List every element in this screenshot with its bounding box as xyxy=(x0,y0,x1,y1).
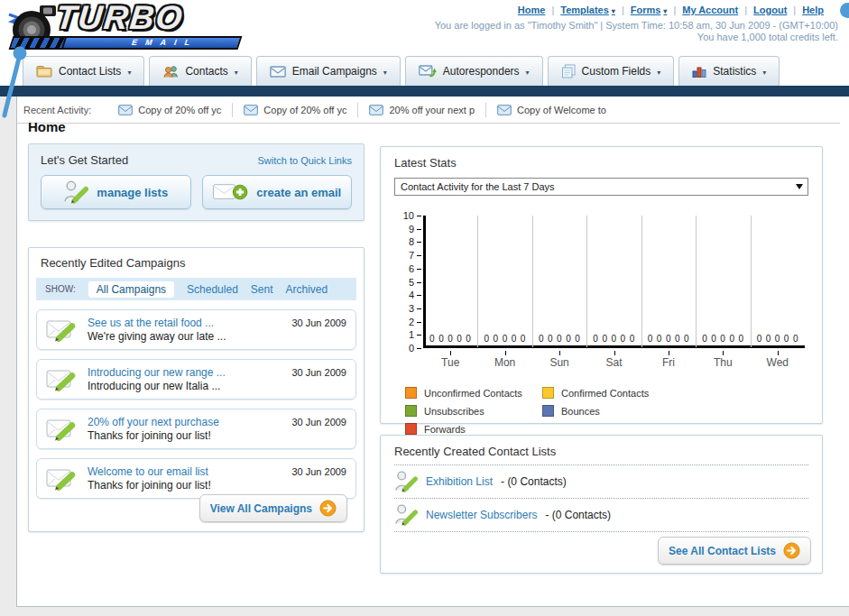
tab-label: Contact Lists xyxy=(59,65,121,78)
legend-swatch xyxy=(405,423,417,435)
legend-item: Unsubscribes xyxy=(405,405,542,417)
tab-custom-fields[interactable]: Custom Fields xyxy=(548,56,675,86)
lets-get-started-panel: Let's Get Started Switch to Quick Links … xyxy=(28,143,365,221)
chevron-down-icon xyxy=(235,65,238,78)
arrow-circle-icon xyxy=(783,542,800,559)
recent-activity-item-label: Copy of 20% off yc xyxy=(263,105,346,115)
nav-link-label: Forms xyxy=(631,5,661,15)
left-column: Let's Get Started Switch to Quick Links … xyxy=(28,143,365,532)
divider xyxy=(17,123,840,124)
person-pencil-icon xyxy=(63,179,88,205)
credits-info: You have 1,000 total credits left. xyxy=(697,32,838,42)
login-info: You are logged in as "Timothy Smith" | S… xyxy=(435,20,838,31)
envelope-icon xyxy=(369,105,383,115)
legend-label: Confirmed Contacts xyxy=(561,388,649,399)
nav-link-label: Home xyxy=(518,5,546,15)
legend-label: Bounces xyxy=(561,406,600,417)
filter-archived[interactable]: Archived xyxy=(286,283,328,296)
contact-list-row: Newsletter Subscribers - (0 Contacts) xyxy=(394,498,808,532)
show-label: SHOW: xyxy=(45,284,76,294)
nav-link-my-account[interactable]: My Account xyxy=(682,5,738,15)
turbo-email-dashboard: TURBO EMAIL Home | Templates | Forms | M… xyxy=(0,0,849,616)
recent-activity-item[interactable]: 20% off your next p xyxy=(358,105,485,115)
view-all-campaigns-button[interactable]: View All Campaigns xyxy=(199,494,347,522)
contact-list-link[interactable]: Newsletter Subscribers xyxy=(426,509,537,521)
panel-title: Recently Edited Campaigns xyxy=(41,256,364,270)
recent-activity-item[interactable]: Copy of Welcome to xyxy=(486,105,617,115)
legend-item: Forwards xyxy=(405,423,542,435)
select-arrow-icon xyxy=(796,184,803,189)
campaign-date: 30 Jun 2009 xyxy=(291,466,346,477)
contact-activity-chart: 01234567891000000Tue00000Mon00000Sun0000… xyxy=(394,216,808,374)
envelope-pencil-icon xyxy=(46,317,78,343)
chevron-down-icon xyxy=(127,65,131,78)
nav-link-forms[interactable]: Forms xyxy=(631,5,668,15)
contact-list-link[interactable]: Exhibition List xyxy=(426,475,493,488)
campaign-title-link[interactable]: See us at the retail food ... xyxy=(88,317,282,330)
envelope-arrow-icon xyxy=(419,65,437,78)
chevron-down-icon xyxy=(762,65,766,78)
recent-activity-item-label: Copy of 20% off yc xyxy=(138,105,221,115)
tab-autoresponders[interactable]: Autoresponders xyxy=(405,56,543,86)
folder-icon xyxy=(36,65,52,78)
separator: | xyxy=(793,5,796,15)
campaign-subtitle: Thanks for joining our list! xyxy=(88,479,282,492)
page-title: Home xyxy=(28,119,66,134)
nav-link-templates[interactable]: Templates xyxy=(560,5,615,15)
nav-link-logout[interactable]: Logout xyxy=(753,5,787,15)
panel-title: Let's Get Started xyxy=(41,153,128,167)
nav-link-label: My Account xyxy=(682,5,738,15)
tab-label: Contacts xyxy=(185,65,227,78)
switch-quick-links-link[interactable]: Switch to Quick Links xyxy=(257,155,352,166)
nav-link-home[interactable]: Home xyxy=(518,5,546,15)
tab-statistics[interactable]: Statistics xyxy=(678,56,780,86)
logo-subtitle: EMAIL xyxy=(61,36,243,50)
tab-email-campaigns[interactable]: Email Campaigns xyxy=(256,56,401,86)
legend-swatch xyxy=(405,405,417,417)
campaign-title-link[interactable]: Welcome to our email list xyxy=(88,465,282,479)
navy-divider-bar xyxy=(0,86,849,97)
legend-item: Confirmed Contacts xyxy=(542,387,679,399)
recent-activity-item[interactable]: Copy of 20% off yc xyxy=(107,105,232,115)
button-label: See All Contact Lists xyxy=(669,545,776,557)
envelope-icon xyxy=(270,66,286,78)
campaign-row: Welcome to our email list Thanks for joi… xyxy=(36,458,356,499)
turbo-email-logo[interactable]: TURBO EMAIL xyxy=(5,3,249,53)
filter-sent[interactable]: Sent xyxy=(251,283,273,296)
stats-period-select[interactable]: Contact Activity for the Last 7 Days xyxy=(394,178,808,196)
recent-activity-item-label: 20% off your next p xyxy=(389,105,475,115)
panel-title: Latest Stats xyxy=(394,156,808,170)
legend-label: Unsubscribes xyxy=(424,406,484,417)
campaign-title-link[interactable]: 20% off your next purchase xyxy=(88,416,282,429)
latest-stats-panel: Latest Stats Contact Activity for the La… xyxy=(380,146,823,424)
chevron-down-icon xyxy=(526,65,530,78)
see-all-contact-lists-button[interactable]: See All Contact Lists xyxy=(658,537,811,565)
nav-link-label: Templates xyxy=(560,5,609,15)
nav-link-help[interactable]: Help xyxy=(802,5,824,15)
envelope-icon xyxy=(497,105,512,115)
recent-activity-item[interactable]: Copy of 20% off yc xyxy=(233,105,357,115)
filter-scheduled[interactable]: Scheduled xyxy=(187,283,238,296)
tab-contacts[interactable]: Contacts xyxy=(149,56,251,86)
button-label: View All Campaigns xyxy=(210,502,312,515)
right-column: Latest Stats Contact Activity for the La… xyxy=(380,146,823,574)
envelope-icon xyxy=(244,105,258,115)
bar-chart-icon xyxy=(692,65,706,78)
contact-list-row: Exhibition List - (0 Contacts) xyxy=(394,464,808,498)
tab-label: Email Campaigns xyxy=(292,65,377,78)
contacts-icon xyxy=(162,65,179,78)
envelope-plus-icon xyxy=(212,181,248,203)
logo-title: TURBO xyxy=(54,0,186,37)
filter-all-campaigns[interactable]: All Campaigns xyxy=(88,281,174,298)
create-email-button[interactable]: create an email xyxy=(202,175,353,209)
manage-lists-button[interactable]: manage lists xyxy=(41,175,191,209)
tab-contact-lists[interactable]: Contact Lists xyxy=(23,56,144,86)
legend-swatch xyxy=(405,387,417,399)
content-area: Recent Activity: Copy of 20% off yc Copy… xyxy=(16,97,849,607)
recently-edited-campaigns-panel: Recently Edited Campaigns SHOW: All Camp… xyxy=(28,247,365,532)
separator: | xyxy=(673,5,676,15)
campaign-title-link[interactable]: Introducing our new range ... xyxy=(88,366,282,380)
legend-label: Unconfirmed Contacts xyxy=(424,388,522,399)
nav-link-label: Logout xyxy=(753,5,787,15)
help-bubble-icon[interactable] xyxy=(840,3,849,18)
